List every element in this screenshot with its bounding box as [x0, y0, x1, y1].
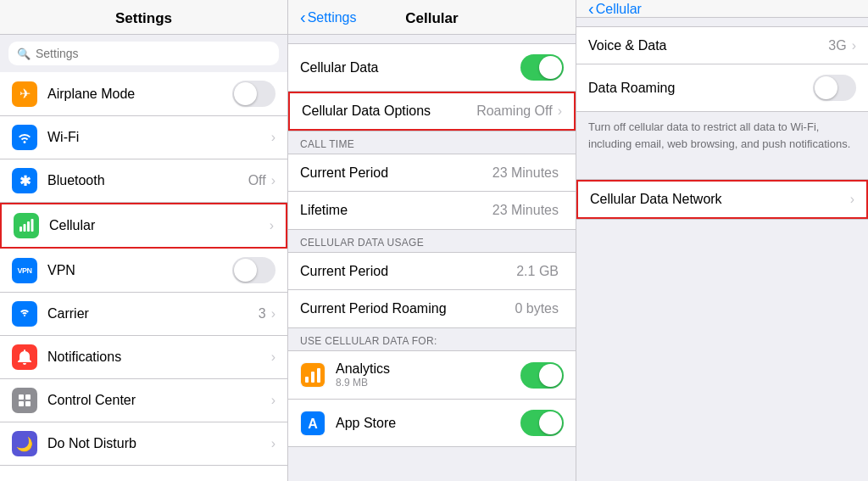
lifetime-item: Lifetime 23 Minutes: [288, 192, 576, 229]
data-usage-group: Current Period 2.1 GB Current Period Roa…: [288, 252, 576, 328]
notifications-chevron: ›: [271, 350, 275, 365]
svg-rect-11: [317, 368, 320, 383]
cellular-data-network-item[interactable]: Cellular Data Network ›: [576, 180, 868, 219]
right-top-group: Voice & Data 3G › Data Roaming: [576, 26, 868, 112]
settings-item-do-not-disturb[interactable]: 🌙 Do Not Disturb ›: [0, 422, 287, 466]
notifications-icon: [12, 344, 37, 370]
settings-item-notifications[interactable]: Notifications ›: [0, 336, 287, 379]
svg-rect-9: [305, 377, 309, 383]
middle-panel: ‹ Settings Cellular Cellular Data Cellul…: [288, 0, 576, 481]
bluetooth-value: Off: [248, 173, 266, 188]
apps-group: Analytics 8.9 MB A App Store: [288, 350, 576, 447]
current-period-data-label: Current Period: [300, 264, 516, 279]
vpn-icon: VPN: [12, 258, 37, 283]
wifi-chevron: ›: [271, 130, 275, 145]
data-roaming-toggle[interactable]: [813, 75, 856, 101]
carrier-chevron: ›: [271, 306, 275, 322]
middle-nav-header: ‹ Settings Cellular: [288, 0, 576, 35]
cellular-data-toggle[interactable]: [520, 54, 564, 81]
control-center-label: Control Center: [47, 393, 271, 408]
voice-data-item[interactable]: Voice & Data 3G ›: [576, 27, 868, 64]
svg-rect-0: [19, 227, 22, 232]
bluetooth-icon: ✱: [12, 168, 37, 193]
search-wrap[interactable]: 🔍: [8, 42, 279, 65]
right-bottom-group: Cellular Data Network ›: [576, 179, 868, 220]
settings-item-carrier[interactable]: Carrier 3 ›: [0, 293, 287, 336]
notifications-label: Notifications: [47, 350, 271, 365]
current-period-data-value: 2.1 GB: [516, 264, 559, 279]
app-store-toggle[interactable]: [520, 410, 564, 436]
wifi-icon: [12, 125, 37, 150]
settings-item-bluetooth[interactable]: ✱ Bluetooth Off ›: [0, 159, 287, 203]
cellular-data-label: Cellular Data: [300, 60, 520, 76]
control-center-chevron: ›: [271, 393, 275, 408]
do-not-disturb-chevron: ›: [271, 436, 275, 451]
right-back-label: Cellular: [596, 1, 642, 16]
search-icon: 🔍: [17, 48, 31, 60]
left-panel: Settings 🔍 ✈ Airplane Mode Wi-Fi › ✱: [0, 0, 288, 481]
settings-item-cellular[interactable]: Cellular ›: [0, 203, 287, 249]
wifi-label: Wi-Fi: [47, 130, 271, 145]
app-store-label-wrap: App Store: [336, 416, 520, 431]
middle-title: Cellular: [405, 10, 458, 27]
do-not-disturb-icon: 🌙: [12, 431, 37, 456]
call-time-section-label: CALL TIME: [288, 131, 576, 154]
airplane-toggle[interactable]: [232, 81, 275, 107]
search-bar: 🔍: [0, 35, 287, 72]
roaming-info-text: Turn off cellular data to restrict all d…: [576, 112, 868, 162]
carrier-value: 3: [259, 306, 266, 322]
search-input[interactable]: [36, 47, 270, 60]
svg-rect-3: [31, 219, 34, 232]
bluetooth-label: Bluetooth: [47, 173, 248, 188]
cellular-chevron: ›: [270, 218, 274, 233]
data-roaming-item[interactable]: Data Roaming: [576, 64, 868, 111]
right-nav-header: ‹ Cellular: [576, 0, 868, 18]
right-panel: ‹ Cellular Voice & Data 3G › Data Roamin…: [576, 0, 868, 481]
left-title: Settings: [0, 10, 287, 27]
app-store-app-name: App Store: [336, 416, 520, 431]
cellular-data-options-item[interactable]: Cellular Data Options Roaming Off ›: [288, 92, 576, 131]
data-roaming-label: Data Roaming: [588, 81, 813, 96]
cellular-data-network-chevron: ›: [850, 192, 854, 207]
analytics-app-name: Analytics: [336, 361, 520, 377]
settings-item-airplane[interactable]: ✈ Airplane Mode: [0, 72, 287, 116]
vpn-toggle[interactable]: [232, 257, 275, 283]
airplane-icon: ✈: [12, 81, 37, 107]
carrier-label: Carrier: [47, 306, 259, 322]
app-store-item[interactable]: A App Store: [288, 400, 576, 446]
lifetime-label: Lifetime: [300, 203, 492, 218]
back-chevron-icon: ‹: [300, 8, 306, 27]
cellular-data-item[interactable]: Cellular Data: [288, 44, 576, 92]
current-period-call-item: Current Period 23 Minutes: [288, 154, 576, 192]
current-period-data-item: Current Period 2.1 GB: [288, 253, 576, 290]
cellular-data-options-chevron: ›: [558, 103, 562, 119]
svg-rect-5: [25, 394, 31, 400]
right-back-button[interactable]: ‹ Cellular: [588, 0, 642, 19]
analytics-app-item[interactable]: Analytics 8.9 MB: [288, 351, 576, 400]
settings-item-wifi[interactable]: Wi-Fi ›: [0, 116, 287, 159]
current-period-call-label: Current Period: [300, 165, 492, 181]
analytics-app-size: 8.9 MB: [336, 377, 520, 389]
middle-back-button[interactable]: ‹ Settings: [300, 8, 356, 27]
call-time-group: Current Period 23 Minutes Lifetime 23 Mi…: [288, 154, 576, 230]
middle-back-label: Settings: [308, 9, 357, 25]
settings-item-control-center[interactable]: Control Center ›: [0, 379, 287, 422]
left-header: Settings: [0, 0, 287, 35]
analytics-label-wrap: Analytics 8.9 MB: [336, 361, 520, 389]
do-not-disturb-label: Do Not Disturb: [47, 436, 271, 451]
right-back-chevron-icon: ‹: [588, 0, 594, 19]
svg-rect-1: [24, 224, 26, 232]
current-period-roaming-label: Current Period Roaming: [300, 301, 515, 316]
svg-rect-2: [27, 221, 30, 232]
svg-rect-10: [311, 372, 314, 383]
settings-list: ✈ Airplane Mode Wi-Fi › ✱ Bluetooth Off …: [0, 72, 287, 481]
cellular-data-options-value: Roaming Off: [476, 103, 553, 119]
analytics-toggle[interactable]: [520, 362, 564, 389]
svg-rect-4: [19, 394, 24, 400]
settings-item-vpn[interactable]: VPN VPN: [0, 249, 287, 293]
app-store-icon: A: [300, 411, 326, 436]
cellular-icon: [14, 213, 39, 238]
svg-rect-7: [25, 401, 31, 406]
bluetooth-chevron: ›: [271, 173, 275, 188]
control-center-icon: [12, 388, 37, 413]
